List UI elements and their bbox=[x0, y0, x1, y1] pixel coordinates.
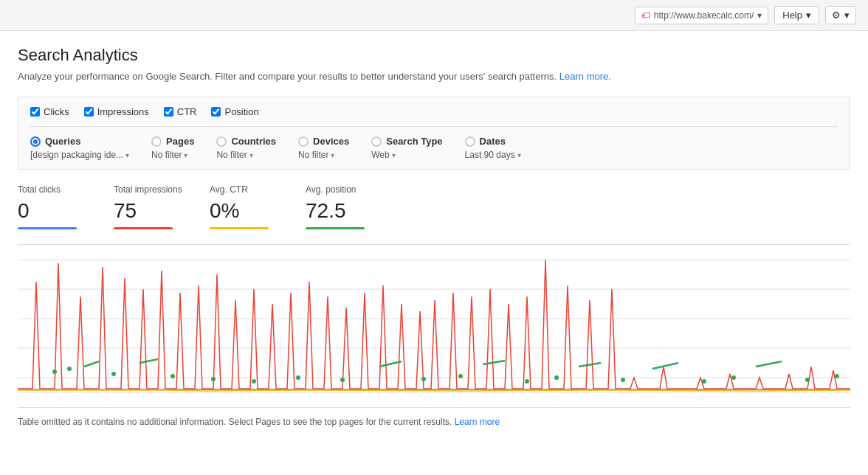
clicks-checkbox-input[interactable] bbox=[30, 107, 40, 117]
devices-label[interactable]: Devices bbox=[313, 136, 349, 147]
help-button[interactable]: Help ▾ bbox=[774, 6, 819, 24]
avg-position-value: 72.5 bbox=[306, 199, 379, 223]
queries-radio[interactable] bbox=[30, 136, 41, 147]
impressions-line bbox=[18, 260, 850, 389]
avg-ctr-value: 0% bbox=[210, 199, 283, 223]
dates-label[interactable]: Dates bbox=[480, 136, 506, 147]
topbar: 🏷 http://www.bakecalc.com/ ▾ Help ▾ ⚙ ▾ bbox=[0, 0, 868, 31]
svg-line-10 bbox=[140, 359, 158, 363]
gear-icon: ⚙ bbox=[832, 10, 841, 21]
svg-line-8 bbox=[84, 361, 99, 367]
chart-svg bbox=[18, 252, 850, 400]
svg-point-6 bbox=[52, 370, 57, 374]
filter-devices: Devices No filter ▾ bbox=[298, 136, 349, 160]
svg-line-16 bbox=[379, 361, 402, 367]
svg-line-27 bbox=[756, 361, 782, 367]
countries-radio[interactable] bbox=[216, 136, 227, 147]
devices-chevron-icon: ▾ bbox=[331, 151, 334, 159]
svg-point-11 bbox=[170, 374, 175, 378]
queries-label[interactable]: Queries bbox=[45, 136, 80, 147]
countries-sub[interactable]: No filter ▾ bbox=[216, 150, 276, 160]
search-type-radio[interactable] bbox=[371, 136, 382, 147]
learn-more-link-footer[interactable]: Learn more bbox=[455, 417, 500, 427]
url-icon: 🏷 bbox=[641, 10, 650, 21]
stats-row: Total clicks 0 Total impressions 75 Avg.… bbox=[18, 170, 850, 245]
impressions-checkbox-input[interactable] bbox=[84, 107, 94, 117]
gear-chevron-icon: ▾ bbox=[844, 10, 850, 21]
position-checkbox-label: Position bbox=[224, 106, 258, 117]
svg-point-26 bbox=[731, 375, 736, 380]
stat-total-clicks: Total clicks 0 bbox=[18, 184, 114, 237]
position-markers bbox=[52, 359, 839, 384]
learn-more-link-header[interactable]: Learn more. bbox=[559, 71, 611, 82]
svg-line-19 bbox=[483, 361, 505, 364]
total-impressions-label: Total impressions bbox=[114, 184, 187, 195]
ctr-checkbox-input[interactable] bbox=[164, 107, 173, 117]
svg-point-20 bbox=[525, 379, 529, 384]
clicks-checkbox[interactable]: Clicks bbox=[30, 106, 69, 117]
ctr-checkbox[interactable]: CTR bbox=[164, 106, 197, 117]
stat-total-impressions: Total impressions 75 bbox=[114, 184, 210, 237]
avg-position-underline bbox=[306, 227, 365, 229]
queries-chevron-icon: ▾ bbox=[125, 151, 129, 159]
total-clicks-underline bbox=[18, 227, 77, 229]
settings-button[interactable]: ⚙ ▾ bbox=[825, 6, 856, 24]
search-type-label[interactable]: Search Type bbox=[386, 136, 442, 147]
countries-chevron-icon: ▾ bbox=[249, 151, 253, 159]
avg-position-label: Avg. position bbox=[306, 184, 379, 195]
dates-radio[interactable] bbox=[465, 136, 475, 147]
impressions-checkbox[interactable]: Impressions bbox=[84, 106, 149, 117]
ctr-checkbox-label: CTR bbox=[177, 106, 197, 117]
position-checkbox-input[interactable] bbox=[211, 107, 221, 117]
help-label: Help bbox=[782, 10, 802, 21]
pages-sub[interactable]: No filter ▾ bbox=[151, 150, 194, 160]
devices-sub[interactable]: No filter ▾ bbox=[298, 150, 349, 160]
metrics-filter-bar: Clicks Impressions CTR Position Queries bbox=[18, 97, 850, 170]
filter-dates: Dates Last 90 days ▾ bbox=[465, 136, 521, 160]
filter-row: Queries [design packaging ide... ▾ Pages… bbox=[30, 136, 838, 160]
svg-point-21 bbox=[554, 375, 559, 380]
svg-point-25 bbox=[702, 379, 706, 384]
url-chevron-icon: ▾ bbox=[757, 10, 762, 21]
svg-point-15 bbox=[340, 378, 345, 382]
metrics-checkboxes: Clicks Impressions CTR Position bbox=[30, 106, 838, 127]
url-selector[interactable]: 🏷 http://www.bakecalc.com/ ▾ bbox=[635, 7, 768, 24]
avg-ctr-label: Avg. CTR bbox=[210, 184, 283, 195]
pages-chevron-icon: ▾ bbox=[184, 151, 187, 159]
svg-point-13 bbox=[252, 379, 256, 384]
svg-line-22 bbox=[579, 363, 601, 367]
svg-point-14 bbox=[296, 375, 300, 380]
svg-line-24 bbox=[652, 363, 678, 369]
total-impressions-underline bbox=[114, 227, 173, 229]
position-checkbox[interactable]: Position bbox=[211, 106, 258, 117]
total-clicks-value: 0 bbox=[18, 199, 92, 223]
filter-pages: Pages No filter ▾ bbox=[151, 136, 194, 160]
dates-chevron-icon: ▾ bbox=[517, 151, 521, 159]
svg-point-17 bbox=[421, 377, 426, 381]
search-type-sub[interactable]: Web ▾ bbox=[371, 150, 442, 160]
devices-radio[interactable] bbox=[298, 136, 309, 147]
svg-point-23 bbox=[621, 378, 625, 382]
chart-area bbox=[18, 245, 850, 407]
footer-note: Table omitted as it contains no addition… bbox=[18, 407, 850, 436]
stat-avg-ctr: Avg. CTR 0% bbox=[210, 184, 306, 237]
ctr-line bbox=[18, 390, 850, 391]
filter-countries: Countries No filter ▾ bbox=[216, 136, 276, 160]
queries-sub[interactable]: [design packaging ide... ▾ bbox=[30, 150, 129, 160]
avg-ctr-underline bbox=[210, 227, 269, 229]
dates-sub[interactable]: Last 90 days ▾ bbox=[465, 150, 521, 160]
svg-point-9 bbox=[111, 372, 116, 376]
help-chevron-icon: ▾ bbox=[806, 10, 811, 21]
countries-label[interactable]: Countries bbox=[231, 136, 276, 147]
svg-point-29 bbox=[835, 374, 839, 378]
svg-point-28 bbox=[805, 378, 810, 382]
svg-point-12 bbox=[211, 377, 216, 381]
impressions-checkbox-label: Impressions bbox=[97, 106, 149, 117]
svg-point-18 bbox=[458, 374, 463, 378]
total-clicks-label: Total clicks bbox=[18, 184, 92, 195]
filter-search-type: Search Type Web ▾ bbox=[371, 136, 442, 160]
page-content: Search Analytics Analyze your performanc… bbox=[0, 31, 868, 451]
stat-avg-position: Avg. position 72.5 bbox=[306, 184, 402, 237]
pages-radio[interactable] bbox=[151, 136, 162, 147]
pages-label[interactable]: Pages bbox=[166, 136, 194, 147]
